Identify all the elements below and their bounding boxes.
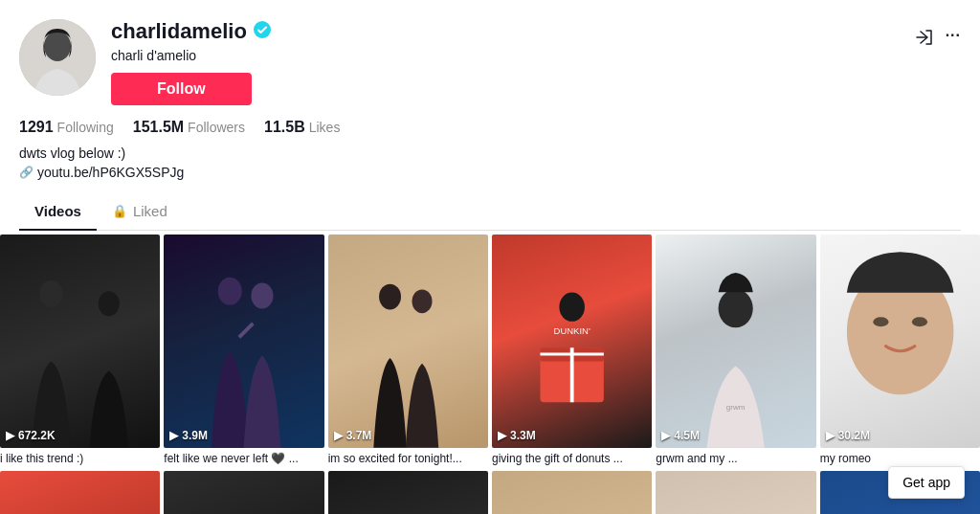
video-title: giving the gift of donuts ... bbox=[492, 448, 652, 467]
video-view-count: ▶4.5M bbox=[661, 429, 700, 442]
svg-point-2 bbox=[44, 31, 71, 61]
tab-liked[interactable]: 🔒 Liked bbox=[97, 193, 183, 231]
tab-videos-label: Videos bbox=[34, 203, 81, 219]
svg-point-3 bbox=[254, 21, 271, 38]
video-item[interactable]: ▶30.2Mmy romeo bbox=[820, 235, 980, 467]
display-name: charli d'amelio bbox=[111, 48, 898, 63]
video-item[interactable] bbox=[328, 471, 488, 514]
video-title: my romeo bbox=[820, 448, 980, 467]
more-options-icon[interactable]: ··· bbox=[946, 27, 961, 44]
avatar bbox=[19, 19, 96, 96]
svg-point-20 bbox=[873, 317, 888, 326]
tab-videos[interactable]: Videos bbox=[19, 193, 97, 231]
likes-count: 11.5B bbox=[264, 119, 305, 136]
videos-grid: ▶672.2Ki like this trend :) ▶3.9Mfelt li… bbox=[0, 231, 980, 514]
video-title: i like this trend :) bbox=[0, 448, 160, 467]
video-title: grwm and my ... bbox=[656, 448, 815, 467]
video-item[interactable]: grwm ▶4.5Mgrwm and my ... bbox=[656, 235, 815, 467]
video-title: felt like we never left 🖤 ... bbox=[164, 448, 323, 467]
video-view-count: ▶3.9M bbox=[169, 429, 208, 442]
video-view-count: ▶30.2M bbox=[826, 429, 870, 442]
video-item[interactable] bbox=[0, 471, 160, 514]
followers-count: 151.5M bbox=[133, 119, 184, 136]
tab-liked-label: Liked bbox=[133, 203, 167, 219]
followers-label: Followers bbox=[188, 120, 245, 135]
svg-text:DUNKIN': DUNKIN' bbox=[554, 326, 590, 337]
play-icon: ▶ bbox=[498, 429, 506, 442]
video-item[interactable] bbox=[164, 471, 323, 514]
username: charlidamelio bbox=[111, 19, 247, 44]
profile-info: charlidamelio charli d'amelio Follow bbox=[111, 19, 898, 105]
svg-text:grwm: grwm bbox=[726, 403, 746, 412]
following-stat[interactable]: 1291 Following bbox=[19, 119, 114, 136]
verified-icon bbox=[253, 20, 272, 44]
followers-stat[interactable]: 151.5M Followers bbox=[133, 119, 245, 136]
svg-point-6 bbox=[218, 278, 242, 305]
svg-line-8 bbox=[239, 324, 253, 337]
svg-point-7 bbox=[252, 283, 274, 309]
video-item[interactable]: ▶3.9Mfelt like we never left 🖤 ... bbox=[164, 235, 323, 467]
lock-icon: 🔒 bbox=[112, 204, 127, 218]
following-count: 1291 bbox=[19, 119, 54, 136]
profile-link-text: youtu.be/hP6KGX5SPJg bbox=[37, 165, 184, 180]
bio: dwts vlog below :) bbox=[19, 145, 961, 161]
video-view-count: ▶3.7M bbox=[334, 429, 372, 442]
link-icon: 🔗 bbox=[19, 166, 33, 179]
video-item[interactable] bbox=[492, 471, 652, 514]
svg-point-21 bbox=[911, 317, 926, 326]
profile-header: charlidamelio charli d'amelio Follow bbox=[19, 19, 961, 105]
likes-stat[interactable]: 11.5B Likes bbox=[264, 119, 340, 136]
svg-point-16 bbox=[559, 293, 585, 322]
video-item[interactable]: ▶3.7Mim so excited for tonight!... bbox=[328, 235, 488, 467]
play-icon: ▶ bbox=[169, 429, 178, 442]
svg-point-4 bbox=[40, 280, 63, 307]
video-view-count: ▶3.3M bbox=[498, 429, 536, 442]
tabs-row: Videos 🔒 Liked bbox=[19, 193, 961, 231]
play-icon: ▶ bbox=[334, 429, 343, 442]
following-label: Following bbox=[57, 120, 114, 135]
profile-section: charlidamelio charli d'amelio Follow bbox=[0, 0, 980, 231]
svg-point-17 bbox=[719, 289, 753, 327]
get-app-button[interactable]: Get app bbox=[888, 466, 965, 499]
play-icon: ▶ bbox=[826, 429, 835, 442]
video-item[interactable]: ▶672.2Ki like this trend :) bbox=[0, 235, 160, 467]
username-row: charlidamelio bbox=[111, 19, 898, 44]
video-item[interactable] bbox=[656, 471, 815, 514]
profile-link[interactable]: 🔗 youtu.be/hP6KGX5SPJg bbox=[19, 165, 961, 180]
share-icon[interactable] bbox=[913, 27, 934, 53]
video-view-count: ▶672.2K bbox=[6, 429, 56, 442]
svg-point-9 bbox=[379, 284, 401, 310]
svg-point-10 bbox=[412, 290, 432, 314]
play-icon: ▶ bbox=[6, 429, 14, 442]
video-title: im so excited for tonight!... bbox=[328, 448, 488, 467]
likes-label: Likes bbox=[309, 120, 341, 135]
follow-button[interactable]: Follow bbox=[111, 73, 252, 105]
header-actions: ··· bbox=[913, 19, 961, 53]
video-item[interactable]: DUNKIN' ▶3.3Mgiving the gift of donuts .… bbox=[492, 235, 652, 467]
svg-point-5 bbox=[99, 291, 120, 316]
play-icon: ▶ bbox=[661, 429, 670, 442]
stats-row: 1291 Following 151.5M Followers 11.5B Li… bbox=[19, 119, 961, 136]
